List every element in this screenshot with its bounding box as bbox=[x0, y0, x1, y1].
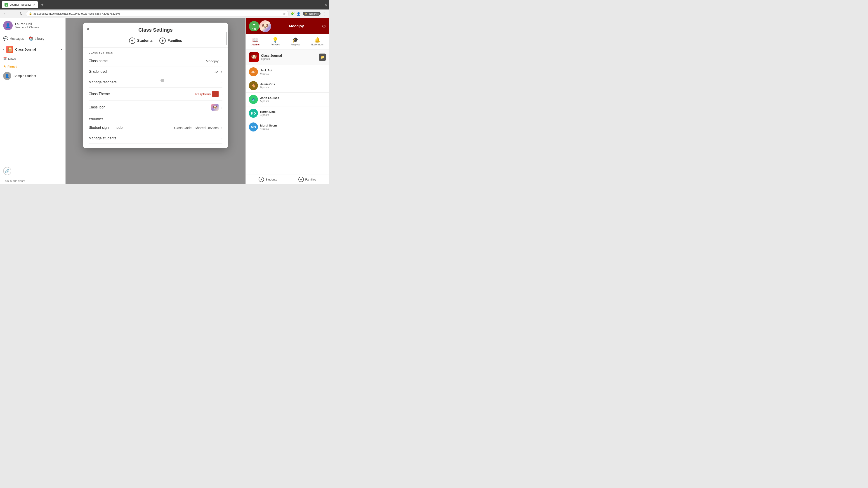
families-action-button[interactable]: + Families bbox=[159, 37, 182, 44]
maximize-button[interactable]: □ bbox=[320, 3, 322, 6]
manage-students-value: › bbox=[220, 136, 222, 140]
jack-pot-info: Jack Pot 6 posts bbox=[260, 69, 272, 75]
grade-level-text: 12 bbox=[214, 70, 218, 74]
jamie-cris-avatar: 🐴 bbox=[249, 81, 258, 90]
manage-teachers-row[interactable]: Manage teachers › bbox=[89, 77, 222, 88]
nav-messages[interactable]: 💬 Messages bbox=[3, 36, 24, 41]
moodjoy-avatar: 🐶 bbox=[259, 20, 271, 32]
class-icon: 📔 bbox=[6, 46, 13, 53]
nav-progress[interactable]: 🎓 Progress bbox=[288, 36, 303, 47]
nav-activities[interactable]: 💡 Activities bbox=[268, 36, 282, 47]
karen-dale-avatar: KD bbox=[249, 109, 258, 118]
students-action-label: Students bbox=[137, 39, 153, 43]
modal-body: CLASS SETTINGS Class name Moodjoy › Grad… bbox=[83, 48, 228, 148]
grade-level-row[interactable]: Grade level 12 ▾ bbox=[89, 66, 222, 77]
jack-pot-name: Jack Pot bbox=[260, 69, 272, 72]
bookmark-icon[interactable]: ☆ bbox=[283, 12, 286, 15]
grade-dropdown-icon: ▾ bbox=[221, 70, 222, 74]
modal-overlay[interactable]: × Class Settings + Students + Families C… bbox=[66, 18, 246, 184]
karen-dale-name: Karen Dale bbox=[260, 110, 276, 113]
tab-close-button[interactable]: ✕ bbox=[33, 3, 35, 6]
families-bottom-label: Families bbox=[305, 178, 316, 181]
class-name-row[interactable]: Class name Moodjoy › bbox=[89, 56, 222, 66]
refresh-button[interactable]: ↻ bbox=[19, 11, 24, 16]
dates-bar[interactable]: 📅 Dates bbox=[0, 55, 65, 62]
class-selector[interactable]: ‹ 📔 Class Journal ▾ bbox=[0, 44, 65, 55]
modal-close-button[interactable]: × bbox=[87, 27, 90, 31]
class-journal-name: Class Journal bbox=[261, 54, 316, 57]
class-icon-chevron: › bbox=[221, 105, 222, 109]
john-louises-item[interactable]: 🐟 John Louises 5 posts bbox=[246, 93, 329, 106]
manage-teachers-value: › bbox=[220, 80, 222, 84]
manage-students-row[interactable]: Manage students › bbox=[89, 133, 222, 144]
student-signin-row[interactable]: Student sign in mode Class Code - Shared… bbox=[89, 123, 222, 133]
jamie-cris-posts: 0 posts bbox=[260, 86, 275, 89]
avatar: 👤 bbox=[3, 21, 13, 30]
window-controls: ─ □ ✕ bbox=[315, 3, 327, 6]
class-name-text: Moodjoy bbox=[206, 59, 219, 63]
class-theme-label: Class Theme bbox=[89, 92, 195, 96]
mordi-seem-item[interactable]: MS Mordi Seem 4 posts bbox=[246, 120, 329, 134]
library-label: Library bbox=[35, 37, 44, 40]
moodjoy-name: Moodjoy bbox=[271, 24, 322, 28]
class-journal-item[interactable]: 🐶 Class Journal 8 posts 📁 bbox=[246, 50, 329, 65]
class-icon-row[interactable]: Class Icon 🐶 › bbox=[89, 101, 222, 114]
user-role: Teacher - 2 Classes bbox=[15, 26, 39, 29]
students-bottom-button[interactable]: + Students bbox=[258, 177, 277, 182]
mordi-seem-info: Mordi Seem 4 posts bbox=[260, 124, 277, 130]
karen-dale-info: Karen Dale 4 posts bbox=[260, 110, 276, 117]
mordi-seem-posts: 4 posts bbox=[260, 127, 277, 130]
bottom-nav: 📖 Journal 💡 Activities 🎓 Progress 🔔 Noti… bbox=[246, 34, 329, 50]
class-dropdown-icon[interactable]: ▾ bbox=[61, 48, 62, 51]
minimize-button[interactable]: ─ bbox=[315, 3, 317, 6]
forward-button[interactable]: → bbox=[10, 11, 16, 16]
dates-label: Dates bbox=[8, 57, 16, 60]
class-theme-chevron: › bbox=[221, 92, 222, 96]
activities-label: Activities bbox=[271, 43, 280, 46]
manage-students-label: Manage students bbox=[89, 136, 220, 140]
address-box[interactable]: 🔒 app.seesaw.me/#/class/class.e01bf4c2-9… bbox=[26, 11, 289, 17]
class-prev-button[interactable]: ‹ bbox=[3, 47, 4, 52]
lock-icon: 🔒 bbox=[29, 12, 32, 15]
close-window-button[interactable]: ✕ bbox=[324, 3, 327, 6]
class-theme-row[interactable]: Class Theme Raspberry › bbox=[89, 88, 222, 101]
extensions-icon[interactable]: 🧩 bbox=[291, 12, 295, 15]
nav-library[interactable]: 📚 Library bbox=[29, 36, 44, 41]
link-button[interactable]: 🔗 bbox=[3, 167, 11, 175]
browser-tab[interactable]: S Journal - Seesaw ✕ bbox=[2, 1, 38, 8]
new-tab-button[interactable]: + bbox=[40, 2, 45, 7]
class-theme-value: Raspberry › bbox=[195, 91, 222, 97]
browser-chrome: S Journal - Seesaw ✕ + ─ □ ✕ bbox=[0, 0, 329, 9]
nav-journal[interactable]: 📖 Journal bbox=[249, 36, 262, 47]
profile-icon[interactable]: 👤 bbox=[297, 12, 301, 15]
modal-scrollbar[interactable] bbox=[225, 23, 227, 148]
class-description: This is our class! bbox=[0, 177, 65, 184]
settings-icon[interactable]: ⚙ bbox=[322, 24, 326, 29]
color-swatch bbox=[212, 91, 219, 97]
pinned-label: ★ Pinned bbox=[3, 65, 62, 68]
nav-notifications[interactable]: 🔔 Notifications bbox=[309, 36, 326, 47]
families-bottom-icon: + bbox=[298, 177, 304, 182]
mordi-seem-avatar: MS bbox=[249, 123, 258, 131]
students-plus-icon: + bbox=[129, 37, 135, 44]
student-name: Sample Student bbox=[13, 74, 36, 78]
user-header: 👤 Lauren Deli Teacher - 2 Classes bbox=[0, 18, 65, 33]
jamie-cris-item[interactable]: 🐴 Jamie Cris 0 posts bbox=[246, 79, 329, 93]
jack-pot-item[interactable]: JP Jack Pot 6 posts bbox=[246, 65, 329, 79]
students-bottom-label: Students bbox=[266, 178, 277, 181]
list-item[interactable]: 👤 Sample Student bbox=[3, 70, 62, 82]
add-button[interactable]: + Add bbox=[249, 21, 259, 31]
back-button[interactable]: ← bbox=[2, 11, 8, 16]
main-content: × Class Settings + Students + Families C… bbox=[66, 18, 246, 184]
jack-pot-posts: 6 posts bbox=[260, 72, 272, 75]
student-signin-value: Class Code - Shared Devices › bbox=[174, 126, 222, 130]
karen-dale-item[interactable]: KD Karen Dale 4 posts bbox=[246, 106, 329, 120]
students-action-button[interactable]: + Students bbox=[129, 37, 153, 44]
app-container: 👤 Lauren Deli Teacher - 2 Classes 💬 Mess… bbox=[0, 18, 329, 184]
browser-menu-button[interactable]: ⋮ bbox=[323, 11, 327, 16]
class-journal-action[interactable]: 📁 bbox=[319, 54, 326, 61]
library-icon: 📚 bbox=[29, 36, 33, 41]
class-name: Class Journal bbox=[15, 48, 59, 51]
families-bottom-button[interactable]: + Families bbox=[298, 177, 316, 182]
pinned-section: ★ Pinned 👤 Sample Student bbox=[0, 62, 65, 83]
